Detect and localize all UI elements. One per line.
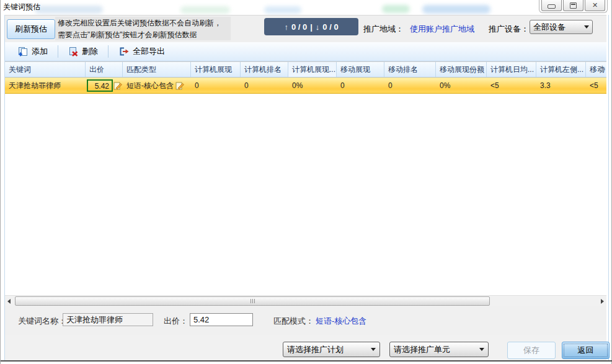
delete-button-label: 删除 <box>82 46 98 57</box>
cell-pc-left: 3.3 <box>536 78 586 93</box>
toolbar-divider <box>108 45 109 58</box>
cell-pc-impression-share: 0% <box>288 78 337 93</box>
grid-empty-area <box>5 94 606 295</box>
bid-field[interactable] <box>190 313 253 326</box>
scrollbar-thumb[interactable] <box>15 296 490 306</box>
thumb-grip <box>252 299 253 303</box>
column-header-match-type[interactable]: 匹配类型 <box>123 62 191 77</box>
cell-mobile-rank: 0 <box>384 78 436 93</box>
maximize-icon <box>570 2 577 9</box>
column-header-pc-impressions[interactable]: 计算机展现 <box>191 62 241 77</box>
background-artifact <box>422 5 490 14</box>
toolbar-divider <box>58 45 58 58</box>
bid-adjust-counter-button[interactable]: ↑ 0 / 0 | ↓ 0 / 0 <box>264 18 358 35</box>
minimize-button[interactable] <box>541 0 562 11</box>
keyword-estimate-window: 关键词预估 ✕ 刷新预估 修改完相应设置后关键词预估数据不会自动刷新， 需要点击… <box>0 0 612 364</box>
down-counter: 0 / 0 <box>322 22 338 32</box>
background-artifact <box>180 6 230 14</box>
thumb-grip <box>251 299 251 303</box>
close-icon: ✕ <box>592 2 598 9</box>
column-header-pc-impression-share[interactable]: 计算机展现... <box>288 62 337 77</box>
close-button[interactable]: ✕ <box>585 0 605 11</box>
export-button-label: 全部导出 <box>133 46 165 57</box>
window-controls: ✕ <box>539 0 608 13</box>
background-artifact <box>35 6 103 14</box>
scroll-right-icon[interactable] <box>601 299 604 304</box>
match-type-value: 短语-核心包含 <box>126 78 174 93</box>
column-header-keyword[interactable]: 关键词 <box>5 62 86 77</box>
save-button[interactable]: 保存 <box>507 342 556 359</box>
chevron-down-icon <box>371 348 376 351</box>
cell-mobile-impressions: 0 <box>337 78 384 93</box>
cell-mobile-impression-share: 0% <box>436 78 487 93</box>
cell-pc-impressions: 0 <box>191 78 241 93</box>
thumb-grip <box>254 299 255 303</box>
frame-border-right <box>608 15 609 361</box>
column-header-bid[interactable]: 出价 <box>86 62 123 77</box>
window-title: 关键词预估 <box>3 2 40 12</box>
up-counter: 0 / 0 <box>291 22 307 32</box>
device-dropdown[interactable]: 全部设备 <box>530 20 593 34</box>
keyword-name-field[interactable] <box>63 313 153 326</box>
counter-separator: | <box>310 22 313 32</box>
add-button-label: 添加 <box>32 46 48 57</box>
device-dropdown-value: 全部设备 <box>533 22 565 33</box>
bid-label: 出价： <box>164 316 188 327</box>
cell-pc-rank: 0 <box>241 78 288 93</box>
back-button[interactable]: 返回 <box>562 342 610 359</box>
window-bottom-border <box>1 360 612 362</box>
export-all-button[interactable]: 全部导出 <box>113 44 171 59</box>
region-label: 推广地域： <box>363 24 404 35</box>
edit-bid-icon[interactable] <box>113 81 123 91</box>
refresh-note-line1: 修改完相应设置后关键词预估数据不会自动刷新， <box>58 17 228 29</box>
column-header-pc-rank[interactable]: 计算机排名 <box>241 62 288 77</box>
refresh-panel: 刷新预估 修改完相应设置后关键词预估数据不会自动刷新， 需要点击"刷新预估"按钮… <box>5 15 606 43</box>
cell-keyword[interactable]: 天津抢劫罪律师 <box>5 78 86 93</box>
export-icon <box>118 47 130 56</box>
grid-toolbar: 添加 删除 全部导出 <box>5 42 606 61</box>
unit-dropdown-value: 请选择推广单元 <box>394 344 450 355</box>
add-keyword-button[interactable]: 添加 <box>12 44 53 59</box>
edit-fields-panel: 关键词名称： 出价： 匹配模式： 短语-核心包含 <box>5 306 606 335</box>
scroll-left-icon[interactable] <box>7 299 11 304</box>
cell-mobile-daily-avg: <5 <box>586 78 598 93</box>
grid-header: 关键词 出价 匹配类型 计算机展现 计算机排名 计算机展现... 移动展现 移动… <box>5 61 606 78</box>
refresh-note: 修改完相应设置后关键词预估数据不会自动刷新， 需要点击"刷新预估"按钮才会刷新预… <box>55 17 231 40</box>
unit-dropdown[interactable]: 请选择推广单元 <box>389 342 489 357</box>
column-header-mobile-rank[interactable]: 移动排名 <box>384 62 436 77</box>
horizontal-scrollbar[interactable] <box>5 295 606 306</box>
add-icon <box>18 47 29 56</box>
region-link[interactable]: 使用账户推广地域 <box>410 24 474 35</box>
column-header-mobile-impression-share[interactable]: 移动展现份额 <box>436 62 487 77</box>
column-settings-gear-icon[interactable]: ⚙ <box>598 65 606 73</box>
column-header-pc-left[interactable]: 计算机左侧... <box>536 62 586 77</box>
minimize-icon <box>548 4 556 9</box>
title-bar: 关键词预估 ✕ <box>1 0 611 15</box>
background-artifact <box>264 6 301 14</box>
refresh-estimate-button[interactable]: 刷新预估 <box>7 19 55 39</box>
footer-panel: 请选择推广计划 请选择推广单元 保存 返回 <box>5 335 606 360</box>
plan-dropdown-value: 请选择推广计划 <box>287 344 344 355</box>
background-artifact <box>382 5 410 13</box>
down-arrow-icon: ↓ <box>316 22 320 32</box>
up-arrow-icon: ↑ <box>284 22 288 32</box>
match-mode-link[interactable]: 短语-核心包含 <box>316 316 366 327</box>
bid-value-box[interactable]: 5.42 <box>87 79 113 92</box>
keyword-name-label: 关键词名称： <box>18 316 66 327</box>
chevron-down-icon <box>584 25 589 29</box>
cell-pc-daily-avg: <5 <box>487 78 536 93</box>
cell-bid[interactable]: 5.42 <box>86 78 123 93</box>
match-mode-label: 匹配模式： <box>273 316 314 327</box>
device-label: 推广设备： <box>489 24 529 35</box>
refresh-note-line2: 需要点击"刷新预估"按钮才会刷新预估数据 <box>58 29 228 41</box>
column-header-pc-daily-avg[interactable]: 计算机日均... <box>487 62 536 77</box>
maximize-button[interactable] <box>563 0 583 11</box>
delete-icon <box>68 47 79 56</box>
delete-keyword-button[interactable]: 删除 <box>63 44 104 59</box>
cell-match-type[interactable]: 短语-核心包含 <box>123 78 191 93</box>
plan-dropdown[interactable]: 请选择推广计划 <box>283 342 380 357</box>
edit-match-type-icon[interactable] <box>175 81 185 91</box>
column-header-mobile-impressions[interactable]: 移动展现 <box>337 62 384 77</box>
keyword-row-selected[interactable]: 天津抢劫罪律师 5.42 短语-核心包含 0 0 0% 0 0 0% <5 3.… <box>5 78 606 94</box>
chevron-down-icon <box>479 348 484 351</box>
